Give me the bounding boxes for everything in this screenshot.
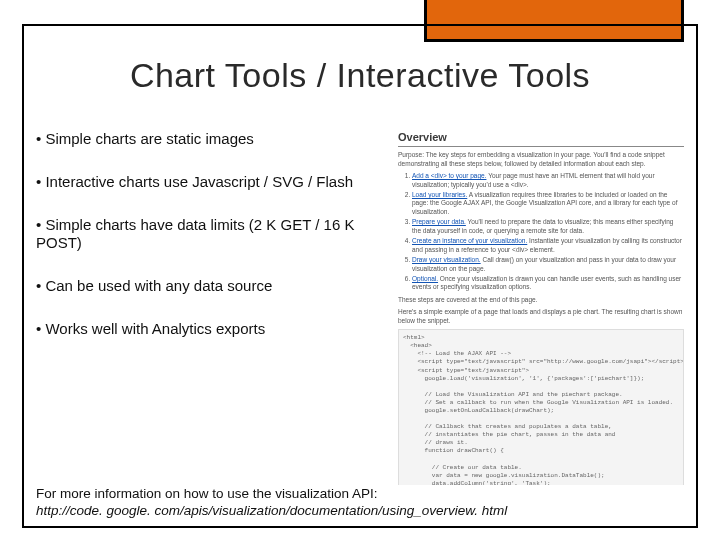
footer-text: For more information on how to use the v…	[36, 486, 377, 501]
bullet-item: • Works well with Analytics exports	[36, 320, 386, 339]
step-title: Optional.	[412, 275, 438, 282]
step-title: Add a <div> to your page.	[412, 172, 486, 179]
overview-closing: These steps are covered at the end of th…	[398, 296, 684, 304]
overview-inset: Overview Purpose: The key steps for embe…	[398, 130, 684, 520]
overview-example-intro: Here's a simple example of a page that l…	[398, 308, 684, 325]
slide: Chart Tools / Interactive Tools • Simple…	[0, 0, 720, 540]
footer-url: http://code. google. com/apis/visualizat…	[36, 503, 507, 518]
bullet-item: • Interactive charts use Javascript / SV…	[36, 173, 386, 192]
bullet-item: • Can be used with any data source	[36, 277, 386, 296]
footer-note: For more information on how to use the v…	[36, 485, 684, 520]
overview-steps: Add a <div> to your page. Your page must…	[398, 172, 684, 292]
content-area: • Simple charts are static images • Inte…	[36, 130, 684, 520]
overview-step: Prepare your data. You'll need to prepar…	[412, 218, 684, 235]
bullet-item: • Simple charts are static images	[36, 130, 386, 149]
slide-title: Chart Tools / Interactive Tools	[0, 56, 720, 95]
step-title: Prepare your data.	[412, 218, 466, 225]
overview-step: Load your libraries. A visualization req…	[412, 191, 684, 216]
step-title: Load your libraries.	[412, 191, 467, 198]
bullet-list: • Simple charts are static images • Inte…	[36, 130, 386, 520]
step-title: Draw your visualization.	[412, 256, 481, 263]
overview-heading: Overview	[398, 130, 684, 147]
step-desc: Once your visualization is drawn you can…	[412, 275, 681, 290]
step-title: Create an instance of your visualization…	[412, 237, 527, 244]
overview-intro: Purpose: The key steps for embedding a v…	[398, 151, 684, 168]
overview-step: Draw your visualization. Call draw() on …	[412, 256, 684, 273]
overview-step: Create an instance of your visualization…	[412, 237, 684, 254]
bullet-item: • Simple charts have data limits (2 K GE…	[36, 216, 386, 254]
overview-step: Optional. Once your visualization is dra…	[412, 275, 684, 292]
overview-step: Add a <div> to your page. Your page must…	[412, 172, 684, 189]
